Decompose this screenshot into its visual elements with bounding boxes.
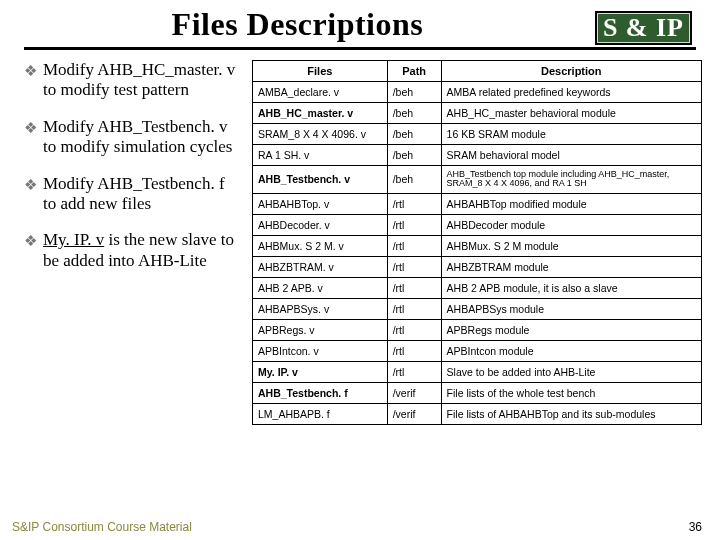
cell-path: /rtl <box>387 340 441 361</box>
cell-file: AMBA_declare. v <box>253 82 388 103</box>
table-row: AHBAPBSys. v/rtlAHBAPBSys module <box>253 298 702 319</box>
table-row: AMBA_declare. v/behAMBA related predefin… <box>253 82 702 103</box>
title-rule <box>24 47 696 50</box>
table-row: AHBMux. S 2 M. v/rtlAHBMux. S 2 M module <box>253 235 702 256</box>
cell-desc: AHB 2 APB module, it is also a slave <box>441 277 701 298</box>
table-row: APBRegs. v/rtlAPBRegs module <box>253 319 702 340</box>
cell-path: /beh <box>387 82 441 103</box>
table-row: AHB 2 APB. v/rtlAHB 2 APB module, it is … <box>253 277 702 298</box>
cell-path: /rtl <box>387 319 441 340</box>
files-table-wrap: Files Path Description AMBA_declare. v/b… <box>252 60 702 425</box>
cell-desc: SRAM behavioral model <box>441 145 701 166</box>
bullet-item: ❖Modify AHB_HC_master. v to modify test … <box>24 60 242 101</box>
cell-file: SRAM_8 X 4 X 4096. v <box>253 124 388 145</box>
cell-path: /rtl <box>387 235 441 256</box>
cell-desc: AHBAHBTop modified module <box>441 193 701 214</box>
cell-file: APBIntcon. v <box>253 340 388 361</box>
cell-file: AHB_Testbench. v <box>253 166 388 194</box>
cell-file: AHB_Testbench. f <box>253 382 388 403</box>
cell-desc: AHB_HC_master behavioral module <box>441 103 701 124</box>
cell-file: My. IP. v <box>253 361 388 382</box>
cell-desc: AHB_Testbench top module including AHB_H… <box>441 166 701 194</box>
footer-credit: S&IP Consortium Course Material <box>12 520 192 534</box>
cell-file: AHBAHBTop. v <box>253 193 388 214</box>
cell-path: /rtl <box>387 193 441 214</box>
bullet-item: ❖My. IP. v is the new slave to be added … <box>24 230 242 271</box>
bullet-key: AHB_Testbench. v <box>97 117 227 136</box>
table-row: APBIntcon. v/rtlAPBIntcon module <box>253 340 702 361</box>
bullet-text: Modify AHB_Testbench. f to add new files <box>43 174 242 215</box>
diamond-bullet-icon: ❖ <box>24 232 37 250</box>
bullet-text: Modify AHB_Testbench. v to modify simula… <box>43 117 242 158</box>
diamond-bullet-icon: ❖ <box>24 176 37 194</box>
cell-desc: APBRegs module <box>441 319 701 340</box>
cell-path: /verif <box>387 382 441 403</box>
cell-file: AHBMux. S 2 M. v <box>253 235 388 256</box>
cell-desc: AMBA related predefined keywords <box>441 82 701 103</box>
diamond-bullet-icon: ❖ <box>24 119 37 137</box>
cell-file: AHBDecoder. v <box>253 214 388 235</box>
files-table: Files Path Description AMBA_declare. v/b… <box>252 60 702 425</box>
cell-file: AHB_HC_master. v <box>253 103 388 124</box>
table-header-row: Files Path Description <box>253 61 702 82</box>
cell-path: /rtl <box>387 361 441 382</box>
table-row: AHB_Testbench. f/verifFile lists of the … <box>253 382 702 403</box>
diamond-bullet-icon: ❖ <box>24 62 37 80</box>
title-row: Files Descriptions S & IP <box>0 0 720 45</box>
bullet-key: My. IP. v <box>43 230 104 249</box>
col-path: Path <box>387 61 441 82</box>
table-row: AHB_Testbench. v/behAHB_Testbench top mo… <box>253 166 702 194</box>
table-row: My. IP. v/rtlSlave to be added into AHB-… <box>253 361 702 382</box>
slide: { "header": { "title": "Files Descriptio… <box>0 0 720 540</box>
bullet-key: AHB_HC_master. v <box>97 60 235 79</box>
content-area: ❖Modify AHB_HC_master. v to modify test … <box>0 60 720 425</box>
col-files: Files <box>253 61 388 82</box>
footer: S&IP Consortium Course Material 36 <box>12 520 702 534</box>
cell-desc: Slave to be added into AHB-Lite <box>441 361 701 382</box>
table-row: SRAM_8 X 4 X 4096. v/beh16 KB SRAM modul… <box>253 124 702 145</box>
cell-file: AHBAPBSys. v <box>253 298 388 319</box>
bullet-list: ❖Modify AHB_HC_master. v to modify test … <box>24 60 242 425</box>
cell-desc: AHBAPBSys module <box>441 298 701 319</box>
cell-path: /verif <box>387 403 441 424</box>
cell-file: AHBZBTRAM. v <box>253 256 388 277</box>
bullet-text: Modify AHB_HC_master. v to modify test p… <box>43 60 242 101</box>
cell-path: /rtl <box>387 298 441 319</box>
cell-path: /beh <box>387 124 441 145</box>
page-number: 36 <box>689 520 702 534</box>
cell-path: /beh <box>387 145 441 166</box>
table-row: AHBAHBTop. v/rtlAHBAHBTop modified modul… <box>253 193 702 214</box>
cell-file: LM_AHBAPB. f <box>253 403 388 424</box>
cell-desc: File lists of AHBAHBTop and its sub-modu… <box>441 403 701 424</box>
cell-path: /rtl <box>387 256 441 277</box>
page-title: Files Descriptions <box>0 6 595 45</box>
cell-desc: AHBMux. S 2 M module <box>441 235 701 256</box>
table-row: AHBDecoder. v/rtlAHBDecoder module <box>253 214 702 235</box>
table-row: LM_AHBAPB. f/verifFile lists of AHBAHBTo… <box>253 403 702 424</box>
cell-desc: 16 KB SRAM module <box>441 124 701 145</box>
table-row: RA 1 SH. v/behSRAM behavioral model <box>253 145 702 166</box>
cell-desc: APBIntcon module <box>441 340 701 361</box>
cell-path: /beh <box>387 166 441 194</box>
cell-file: APBRegs. v <box>253 319 388 340</box>
logo: S & IP <box>595 11 692 45</box>
cell-path: /rtl <box>387 214 441 235</box>
cell-desc: AHBDecoder module <box>441 214 701 235</box>
cell-path: /rtl <box>387 277 441 298</box>
table-row: AHB_HC_master. v/behAHB_HC_master behavi… <box>253 103 702 124</box>
col-desc: Description <box>441 61 701 82</box>
bullet-text: My. IP. v is the new slave to be added i… <box>43 230 242 271</box>
cell-file: RA 1 SH. v <box>253 145 388 166</box>
bullet-item: ❖Modify AHB_Testbench. v to modify simul… <box>24 117 242 158</box>
cell-desc: AHBZBTRAM module <box>441 256 701 277</box>
cell-path: /beh <box>387 103 441 124</box>
bullet-item: ❖Modify AHB_Testbench. f to add new file… <box>24 174 242 215</box>
cell-desc: File lists of the whole test bench <box>441 382 701 403</box>
table-row: AHBZBTRAM. v/rtlAHBZBTRAM module <box>253 256 702 277</box>
cell-file: AHB 2 APB. v <box>253 277 388 298</box>
bullet-key: AHB_Testbench. f <box>97 174 224 193</box>
